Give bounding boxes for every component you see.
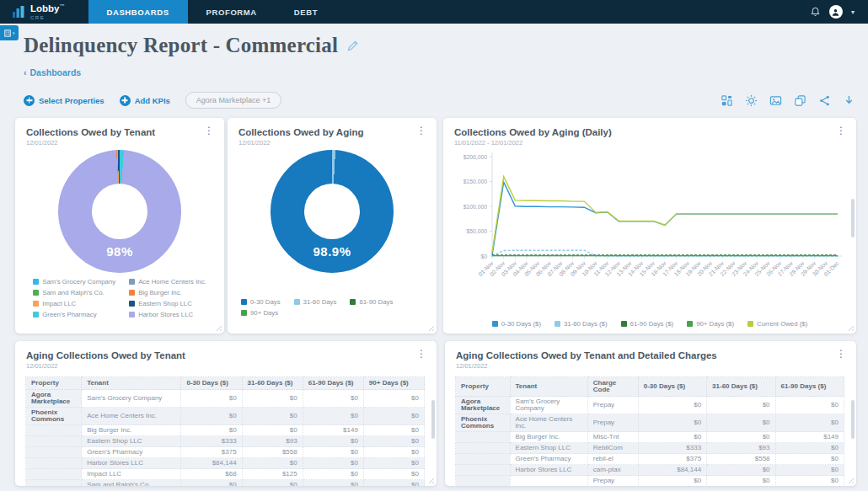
table-row: Eastern Shop LLCRebilCom$333$93$0 xyxy=(456,443,844,454)
kebab-menu-icon[interactable]: ⋮ xyxy=(411,125,431,136)
breadcrumb-back-link[interactable]: ‹ Dashboards xyxy=(24,67,81,77)
chevron-down-icon[interactable]: ▾ xyxy=(851,8,855,16)
legend-item[interactable]: Impact LLC xyxy=(33,300,115,307)
value-cell: $68 xyxy=(181,469,242,480)
property-cell xyxy=(456,443,511,454)
brand-logo[interactable]: Lobby™ CRE xyxy=(0,0,77,24)
legend-label: Harbor Stores LLC xyxy=(138,311,193,318)
detailed-charges-table: PropertyTenantCharge Code0-30 Days ($)31… xyxy=(455,376,844,486)
resize-handle[interactable] xyxy=(846,323,854,331)
table-row: Big Burger Inc.Misc-Tnt$0$0$149 xyxy=(456,432,844,443)
edit-pencil-icon[interactable] xyxy=(346,39,360,52)
kebab-menu-icon[interactable]: ⋮ xyxy=(831,348,851,360)
value-cell: $0 xyxy=(363,408,424,425)
property-panel-toggle[interactable]: › xyxy=(0,25,19,40)
card-scrollbar[interactable] xyxy=(431,400,435,439)
legend-item[interactable]: Sam and Ralph's Co. xyxy=(33,289,115,296)
trademark: ™ xyxy=(60,3,65,8)
resize-handle[interactable] xyxy=(426,476,434,483)
legend-item[interactable]: Sam's Grocery Company xyxy=(33,278,115,286)
export-image-icon[interactable] xyxy=(769,93,783,108)
legend-item[interactable]: 31-60 Days ($) xyxy=(555,320,608,328)
text-cell: Prepay xyxy=(587,476,638,487)
toolbar-actions xyxy=(720,93,856,108)
column-header[interactable]: 90+ Days ($) xyxy=(363,377,424,390)
layout-icon[interactable] xyxy=(720,93,734,108)
table-row: Impact LLC$68$125$0$0 xyxy=(26,469,425,480)
title-row: Delinquency Report - Commercial xyxy=(24,34,360,57)
property-cell xyxy=(26,458,82,469)
select-properties-button[interactable]: Select Properties xyxy=(24,95,104,106)
properties-filter-chip[interactable]: Agora Marketplace +1 xyxy=(185,92,281,109)
bell-icon[interactable] xyxy=(810,6,821,18)
resize-handle[interactable] xyxy=(846,476,854,483)
property-cell: Agora Marketplace xyxy=(26,390,82,408)
legend-item[interactable]: Green's Pharmacy xyxy=(33,311,115,318)
legend-item[interactable]: 61-90 Days xyxy=(350,298,393,306)
kebab-menu-icon[interactable]: ⋮ xyxy=(831,125,851,136)
resize-handle[interactable] xyxy=(214,323,222,331)
text-cell: Prepay xyxy=(587,397,638,414)
download-icon[interactable] xyxy=(842,93,856,108)
resize-handle[interactable] xyxy=(426,323,434,331)
legend-item[interactable]: 90+ Days ($) xyxy=(687,320,734,328)
kebab-menu-icon[interactable]: ⋮ xyxy=(199,125,219,136)
legend-label: 90+ Days xyxy=(250,309,278,317)
legend-item[interactable]: Eastern Shop LLC xyxy=(129,300,206,307)
text-cell: Ace Home Centers Inc. xyxy=(82,408,181,425)
tab-debt[interactable]: DEBT xyxy=(276,0,336,24)
column-header[interactable]: 61-90 Days ($) xyxy=(303,377,363,390)
legend-item[interactable]: 31-60 Days xyxy=(294,298,337,306)
legend-item[interactable]: 61-90 Days ($) xyxy=(621,320,674,328)
column-header[interactable]: 0-30 Days ($) xyxy=(638,377,706,397)
legend-item[interactable]: Big Burger Inc. xyxy=(129,289,206,296)
value-cell: $375 xyxy=(638,454,706,465)
value-cell: $93 xyxy=(707,443,775,454)
toggle-arrow: › xyxy=(13,29,15,37)
brand-name: Lobby™ xyxy=(30,3,65,13)
legend-item[interactable]: Current Owed ($) xyxy=(747,320,807,328)
legend-item[interactable]: 0-30 Days xyxy=(241,298,281,306)
column-header[interactable]: 0-30 Days ($) xyxy=(181,377,242,390)
legend-label: Current Owed ($) xyxy=(757,320,807,328)
column-header[interactable]: Tenant xyxy=(510,377,587,397)
text-cell: Big Burger Inc. xyxy=(82,425,181,436)
value-cell: $0 xyxy=(775,443,844,454)
share-icon[interactable] xyxy=(817,93,832,108)
value-cell: $0 xyxy=(303,436,363,447)
avatar[interactable] xyxy=(829,5,843,19)
line-series xyxy=(492,177,838,253)
column-header[interactable]: Property xyxy=(456,377,511,397)
column-header[interactable]: 31-60 Days ($) xyxy=(242,377,303,390)
card-scrollbar[interactable] xyxy=(851,199,855,237)
dashboard-toolbar: Select Properties Add KPIs Agora Marketp… xyxy=(24,89,856,111)
column-header[interactable]: 31-60 Days ($) xyxy=(707,377,775,397)
value-cell: $0 xyxy=(363,458,424,469)
legend-label: Sam's Grocery Company xyxy=(42,278,115,286)
duplicate-icon[interactable] xyxy=(793,93,807,108)
add-kpis-button[interactable]: Add KPIs xyxy=(120,95,170,106)
legend-item[interactable]: 90+ Days xyxy=(241,309,278,317)
kebab-menu-icon[interactable]: ⋮ xyxy=(411,348,431,360)
tab-proforma[interactable]: PROFORMA xyxy=(188,0,276,24)
legend-item[interactable]: Ace Home Centers Inc. xyxy=(129,278,206,286)
back-arrow-icon: ‹ xyxy=(24,67,27,77)
tab-dashboards[interactable]: DASHBOARDS xyxy=(88,0,188,24)
y-axis-tick-label: $150,000 xyxy=(463,179,488,184)
line-chart[interactable]: $0$50,000$100,000$150,000$200,00001-Nov0… xyxy=(453,148,845,298)
table-header-row: PropertyTenant0-30 Days ($)31-60 Days ($… xyxy=(26,377,425,390)
value-cell: $0 xyxy=(638,432,706,443)
nav-tabs: DASHBOARDS PROFORMA DEBT xyxy=(88,0,337,24)
column-header[interactable]: Property xyxy=(26,377,82,390)
card-scrollbar[interactable] xyxy=(851,400,855,439)
property-cell xyxy=(26,436,82,447)
column-header[interactable]: Tenant xyxy=(82,377,181,390)
legend-item[interactable]: Harbor Stores LLC xyxy=(129,311,206,318)
column-header[interactable]: Charge Code xyxy=(587,377,638,397)
legend-item[interactable]: 0-30 Days ($) xyxy=(492,320,541,328)
settings-gear-icon[interactable] xyxy=(744,93,758,108)
text-cell: Green's Pharmacy xyxy=(82,447,181,458)
value-cell: $0 xyxy=(242,480,303,487)
column-header[interactable]: 61-90 Days ($) xyxy=(775,377,844,397)
person-icon xyxy=(831,8,840,17)
